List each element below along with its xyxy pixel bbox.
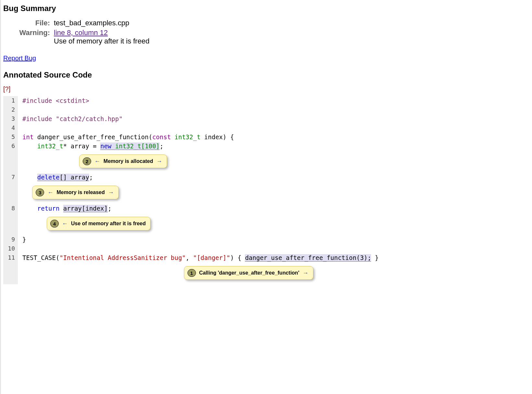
code-listing: 1 #include <cstdint> 2 3 #include "catch… (3, 96, 528, 284)
line-number: 4 (3, 123, 18, 132)
annotated-source-heading: Annotated Source Code (3, 70, 528, 80)
code-line: int danger_use_after_free_function(const… (18, 132, 528, 142)
line-number: 3 (3, 114, 18, 123)
arrow-left-icon[interactable]: ← (47, 190, 53, 195)
analysis-step-text: Calling 'danger_use_after_free_function' (199, 270, 299, 276)
report-bug-link[interactable]: Report Bug (3, 55, 36, 62)
code-line: TEST_CASE("Intentional AddressSanitizer … (18, 253, 528, 262)
code-line (18, 105, 528, 114)
arrow-right-icon[interactable]: → (303, 270, 308, 276)
summary-table: File: test_bad_examples.cpp Warning: lin… (6, 19, 151, 47)
warning-location-link[interactable]: line 8, column 12 (54, 29, 108, 37)
bug-summary-heading: Bug Summary (3, 4, 528, 13)
analysis-step-text: Memory is allocated (103, 158, 153, 164)
code-line: #include <cstdint> (18, 96, 528, 105)
line-number: 6 (3, 142, 18, 151)
analysis-step-bubble[interactable]: 3←Memory is released→ (32, 186, 119, 199)
summary-warning-label: Warning: (6, 29, 52, 47)
arrow-left-icon[interactable]: ← (94, 158, 100, 164)
line-number: 5 (3, 132, 18, 142)
code-line: int32_t* array = new int32_t[100]; (18, 142, 528, 151)
summary-file-label: File: (6, 19, 52, 29)
help-toggle[interactable]: [?] (3, 85, 528, 93)
code-line: } (18, 235, 528, 244)
arrow-right-icon[interactable]: → (156, 158, 162, 164)
line-number: 2 (3, 105, 18, 114)
code-line: #include "catch2/catch.hpp" (18, 114, 528, 123)
arrow-left-icon[interactable]: ← (62, 221, 68, 227)
analysis-step-text: Use of memory after it is freed (71, 221, 146, 227)
analysis-step-text: Memory is released (56, 190, 105, 195)
summary-file-value: test_bad_examples.cpp (52, 19, 151, 29)
warning-description: Use of memory after it is freed (54, 37, 150, 45)
code-line (18, 244, 528, 253)
line-number: 1 (3, 96, 18, 105)
line-number: 8 (3, 204, 18, 213)
line-number: 7 (3, 173, 18, 182)
arrow-right-icon[interactable]: → (108, 190, 114, 195)
analysis-step-bubble[interactable]: 4←Use of memory after it is freed (47, 217, 151, 230)
line-number: 9 (3, 235, 18, 244)
code-line (18, 123, 528, 132)
summary-warning-cell: line 8, column 12 Use of memory after it… (52, 29, 151, 47)
line-number: 10 (3, 244, 18, 253)
analysis-step-bubble[interactable]: 2←Memory is allocated→ (79, 154, 167, 168)
code-line: delete[] array; (18, 173, 528, 182)
page-root: Bug Summary File: test_bad_examples.cpp … (0, 0, 532, 297)
line-number: 11 (3, 253, 18, 262)
analysis-step-bubble[interactable]: 1Calling 'danger_use_after_free_function… (184, 266, 313, 280)
code-line: return array[index]; (18, 204, 528, 213)
